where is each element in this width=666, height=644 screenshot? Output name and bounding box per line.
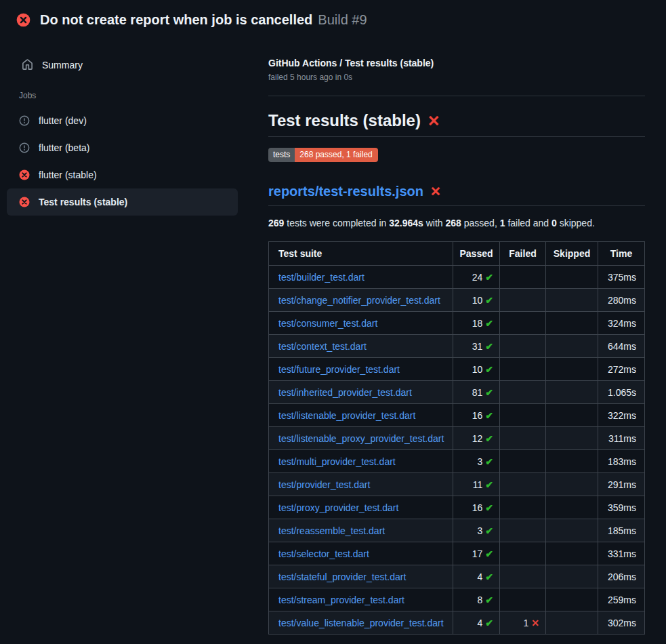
- cell-test-suite: test/inherited_provider_test.dart: [269, 381, 453, 404]
- check-icon: ✔: [485, 341, 493, 352]
- cell-time: 280ms: [598, 289, 645, 312]
- table-header-row: Test suitePassedFailedSkippedTime: [269, 242, 645, 266]
- summary-line: 269 tests were completed in 32.964s with…: [268, 218, 645, 228]
- summary-segment: skipped.: [557, 218, 595, 228]
- table-row: test/inherited_provider_test.dart81✔1.06…: [269, 381, 645, 404]
- badge-label: tests: [268, 148, 295, 162]
- sidebar-item-test-results-stable[interactable]: Test results (stable): [7, 188, 238, 216]
- cell-passed: 10✔: [453, 289, 500, 312]
- check-icon: ✔: [485, 387, 493, 398]
- tests-badge: tests 268 passed, 1 failed: [268, 148, 378, 162]
- cell-passed-count: 16: [472, 502, 483, 513]
- check-icon: ✔: [485, 433, 493, 444]
- cell-time: 302ms: [598, 611, 645, 635]
- cell-time: 644ms: [598, 335, 645, 358]
- cell-failed: 1✕: [500, 611, 546, 635]
- cell-passed: 24✔: [453, 266, 500, 289]
- test-results-table: Test suitePassedFailedSkippedTime test/b…: [268, 241, 645, 635]
- test-suite-link[interactable]: test/listenable_proxy_provider_test.dart: [278, 433, 444, 444]
- cell-skipped: [546, 496, 598, 519]
- cell-failed: [500, 496, 546, 519]
- cell-passed-count: 31: [472, 341, 483, 352]
- run-header: Do not create report when job is cancell…: [0, 0, 666, 37]
- cell-skipped: [546, 565, 598, 588]
- workflow-run-title: Do not create report when job is cancell…: [40, 12, 312, 28]
- test-suite-link[interactable]: test/builder_test.dart: [278, 272, 365, 283]
- check-icon: ✔: [485, 548, 493, 559]
- summary-segment: 32.964s: [389, 218, 423, 228]
- test-suite-link[interactable]: test/listenable_provider_test.dart: [278, 410, 415, 421]
- cell-time: 322ms: [598, 404, 645, 427]
- cell-time: 311ms: [598, 427, 645, 450]
- cell-passed-count: 16: [472, 410, 483, 421]
- cell-skipped: [546, 427, 598, 450]
- test-suite-link[interactable]: test/stateful_provider_test.dart: [278, 571, 406, 582]
- cell-passed-count: 3: [477, 456, 482, 467]
- table-row: test/future_provider_test.dart10✔272ms: [269, 358, 645, 381]
- cell-test-suite: test/listenable_proxy_provider_test.dart: [269, 427, 453, 450]
- cell-skipped: [546, 542, 598, 565]
- cell-failed: [500, 381, 546, 404]
- check-icon: ✔: [485, 618, 493, 628]
- table-row: test/provider_test.dart11✔291ms: [269, 473, 645, 496]
- cell-test-suite: test/provider_test.dart: [269, 473, 453, 496]
- cell-passed: 11✔: [453, 473, 500, 496]
- cell-passed-count: 17: [472, 548, 483, 559]
- table-row: test/proxy_provider_test.dart16✔359ms: [269, 496, 645, 519]
- table-row: test/multi_provider_test.dart3✔183ms: [269, 450, 645, 473]
- column-header-time: Time: [598, 242, 645, 266]
- report-file-link[interactable]: reports/test-results.json: [268, 184, 423, 199]
- failed-x-icon: ✕: [430, 184, 441, 199]
- cell-time: 331ms: [598, 542, 645, 565]
- cell-failed: [500, 565, 546, 588]
- cell-test-suite: test/consumer_test.dart: [269, 312, 453, 335]
- check-icon: ✔: [485, 295, 493, 306]
- sidebar-item-flutter-beta[interactable]: flutter (beta): [7, 134, 238, 161]
- sidebar-item-summary[interactable]: Summary: [7, 54, 268, 76]
- cell-passed: 3✔: [453, 519, 500, 542]
- cell-passed: 4✔: [453, 611, 500, 635]
- sidebar-item-flutter-stable[interactable]: flutter (stable): [7, 161, 238, 188]
- test-suite-link[interactable]: test/proxy_provider_test.dart: [278, 502, 398, 513]
- test-suite-link[interactable]: test/reassemble_test.dart: [278, 525, 385, 536]
- cell-failed: [500, 404, 546, 427]
- table-row: test/reassemble_test.dart3✔185ms: [269, 519, 645, 542]
- column-header-skipped: Skipped: [546, 242, 598, 266]
- cell-passed-count: 3: [477, 525, 482, 536]
- cell-passed-count: 10: [472, 364, 483, 375]
- test-suite-link[interactable]: test/multi_provider_test.dart: [278, 456, 396, 467]
- cell-failed: [500, 542, 546, 565]
- table-body: test/builder_test.dart24✔375mstest/chang…: [269, 266, 645, 635]
- cell-failed-count: 1: [523, 618, 528, 628]
- cell-failed: [500, 289, 546, 312]
- table-row: test/selector_test.dart17✔331ms: [269, 542, 645, 565]
- cell-passed-count: 4: [477, 571, 482, 582]
- cell-skipped: [546, 473, 598, 496]
- cell-failed: [500, 473, 546, 496]
- summary-segment: 1: [500, 218, 505, 228]
- test-suite-link[interactable]: test/change_notifier_provider_test.dart: [278, 295, 440, 306]
- test-suite-link[interactable]: test/value_listenable_provider_test.dart: [278, 618, 444, 628]
- cell-failed: [500, 266, 546, 289]
- test-suite-link[interactable]: test/context_test.dart: [278, 341, 367, 352]
- sidebar-item-flutter-dev[interactable]: flutter (dev): [7, 107, 238, 134]
- test-suite-link[interactable]: test/future_provider_test.dart: [278, 364, 400, 375]
- test-suite-link[interactable]: test/stream_provider_test.dart: [278, 595, 404, 605]
- summary-segment: with: [423, 218, 446, 228]
- test-suite-link[interactable]: test/inherited_provider_test.dart: [278, 387, 412, 398]
- failed-status-icon: [19, 197, 30, 207]
- cell-time: 1.065s: [598, 381, 645, 404]
- test-suite-link[interactable]: test/consumer_test.dart: [278, 318, 377, 329]
- breadcrumb: GitHub Actions / Test results (stable): [268, 58, 645, 68]
- test-suite-link[interactable]: test/provider_test.dart: [278, 479, 370, 490]
- cell-time: 185ms: [598, 519, 645, 542]
- cell-test-suite: test/listenable_provider_test.dart: [269, 404, 453, 427]
- cell-passed: 16✔: [453, 404, 500, 427]
- cell-skipped: [546, 358, 598, 381]
- cell-failed: [500, 588, 546, 611]
- table-row: test/stateful_provider_test.dart4✔206ms: [269, 565, 645, 588]
- cell-test-suite: test/reassemble_test.dart: [269, 519, 453, 542]
- column-header-failed: Failed: [500, 242, 546, 266]
- summary-segment: tests were completed in: [284, 218, 389, 228]
- test-suite-link[interactable]: test/selector_test.dart: [278, 548, 369, 559]
